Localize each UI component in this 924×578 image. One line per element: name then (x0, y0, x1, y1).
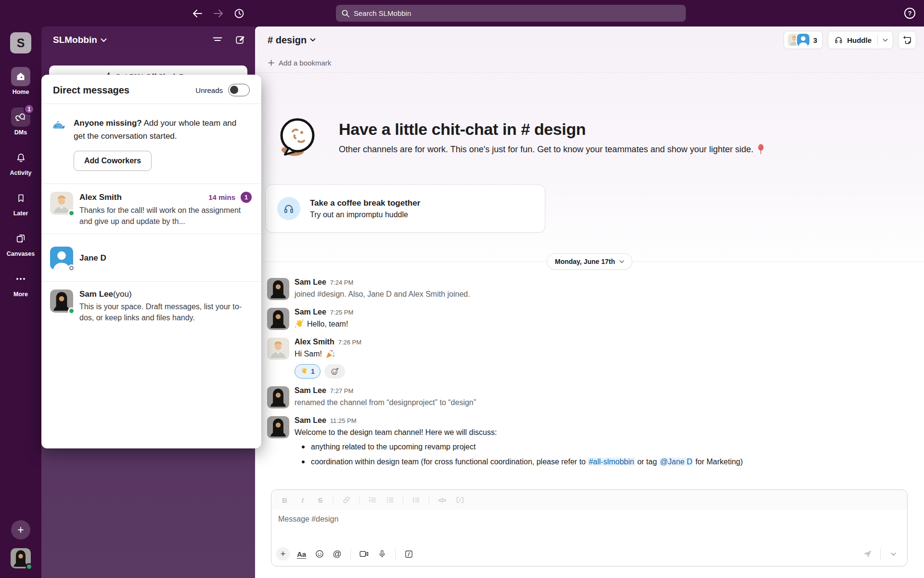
mention-button[interactable]: @ (329, 546, 345, 562)
message-row[interactable]: Sam Lee 7:25 PM Hello, team! (255, 304, 924, 334)
code-block-button[interactable] (452, 493, 467, 507)
plus-icon (268, 60, 274, 66)
dm-unread-badge: 1 (241, 192, 252, 203)
attach-plus-button[interactable]: + (276, 547, 290, 561)
rail-item-home[interactable]: Home (11, 67, 30, 95)
message-composer[interactable]: B I S </> (271, 489, 908, 566)
history-forward-icon[interactable] (213, 9, 223, 18)
channel-mention-link[interactable]: #all-slmobbin (588, 458, 635, 466)
plus-icon: + (17, 524, 24, 537)
user-avatar[interactable] (11, 548, 31, 568)
code-button[interactable]: </> (435, 493, 449, 507)
add-bookmark-button[interactable]: Add a bookmark (255, 53, 924, 73)
date-divider: Monday, June 17th (255, 253, 924, 270)
history-clock-icon[interactable] (234, 8, 244, 19)
strikethrough-button[interactable]: S (313, 493, 328, 507)
prompt-bold: Anyone missing? (74, 118, 142, 128)
dm-list-item-jane[interactable]: Jane D (41, 234, 261, 281)
filter-icon[interactable] (213, 37, 222, 43)
headphones-icon (277, 197, 300, 220)
link-button[interactable] (339, 493, 354, 507)
message-author[interactable]: Alex Smith (295, 338, 334, 346)
message-author[interactable]: Sam Lee (295, 416, 326, 425)
send-options-chevron[interactable] (886, 546, 901, 562)
rail-item-activity[interactable]: Activity (10, 148, 31, 176)
channel-view: # design 3 (255, 26, 924, 578)
formatting-toolbar: B I S </> (271, 490, 907, 510)
dm-name: Alex Smith (79, 193, 122, 202)
message-timestamp[interactable]: 7:25 PM (330, 309, 353, 316)
date-label: Monday, June 17th (555, 258, 615, 265)
message-input[interactable] (278, 515, 900, 524)
dm-timestamp: 14 mins (208, 193, 235, 201)
workspace-name-button[interactable]: SLMobbin (53, 35, 107, 45)
dm-list-item-alex[interactable]: Alex Smith 14 mins 1 Thanks for the call… (41, 184, 261, 234)
rail-item-dms[interactable]: 1 DMs (11, 107, 30, 136)
huddle-options-chevron[interactable] (878, 39, 893, 42)
dm-list-item-sam[interactable]: Sam Lee (you) This is your space. Draft … (41, 282, 261, 330)
rail-item-more[interactable]: More (11, 269, 30, 298)
message-timestamp[interactable]: 7:26 PM (338, 339, 361, 346)
channel-members-button[interactable]: 3 (783, 31, 823, 49)
bullet-text-mid: or tag (635, 458, 659, 466)
add-reaction-icon (330, 367, 339, 376)
send-button[interactable] (860, 546, 875, 562)
dm-name: Sam Lee (79, 289, 113, 299)
message-row[interactable]: Alex Smith 7:26 PM Hi Sam! (255, 334, 924, 382)
ordered-list-button[interactable] (365, 493, 380, 507)
avatar (50, 192, 73, 215)
rail-item-canvases[interactable]: Canvases (7, 229, 35, 257)
show-formatting-button[interactable]: Aa (294, 546, 309, 562)
search-bar[interactable] (336, 5, 686, 22)
italic-button[interactable]: I (295, 493, 310, 507)
message-text: joined #design. Also, Jane D and Alex Sm… (295, 289, 470, 300)
add-reaction-button[interactable] (324, 364, 345, 379)
channel-canvas-button[interactable] (898, 31, 916, 49)
chevron-down-icon (101, 38, 107, 42)
bullet-text-post: for Marketing) (693, 458, 743, 466)
message-text: Welcome to the design team channel! Here… (295, 427, 743, 438)
blockquote-button[interactable] (409, 493, 424, 507)
message-row[interactable]: Sam Lee 7:24 PM joined #design. Also, Ja… (255, 274, 924, 304)
avatar (267, 308, 289, 330)
bullet-item: coordination within design team (for cro… (295, 456, 743, 468)
channel-title: # design (268, 35, 307, 46)
huddle-button[interactable]: Huddle (828, 31, 893, 49)
coffee-break-card[interactable]: Take a coffee break together Try out an … (265, 184, 545, 233)
slash-commands-button[interactable] (401, 546, 417, 562)
top-bar: ? (0, 0, 924, 26)
message-author[interactable]: Sam Lee (295, 386, 326, 395)
emoji-picker-button[interactable] (311, 546, 327, 562)
history-back-icon[interactable] (192, 9, 203, 18)
user-mention-link[interactable]: @Jane D (659, 458, 693, 466)
bullet-list-button[interactable] (383, 493, 398, 507)
add-bookmark-label: Add a bookmark (279, 59, 331, 67)
create-new-button[interactable]: + (11, 520, 30, 539)
audio-clip-button[interactable] (374, 546, 390, 562)
message-author[interactable]: Sam Lee (295, 308, 326, 316)
message-timestamp[interactable]: 7:27 PM (330, 387, 353, 394)
bold-button[interactable]: B (277, 493, 292, 507)
message-row[interactable]: Sam Lee 7:27 PM renamed the channel from… (255, 382, 924, 412)
message-timestamp[interactable]: 7:24 PM (330, 279, 353, 286)
dm-message-preview: Thanks for the call! will work on the as… (79, 205, 252, 227)
video-clip-button[interactable] (356, 546, 372, 562)
compose-icon[interactable] (235, 35, 245, 45)
avatar (267, 386, 289, 408)
message-timestamp[interactable]: 11:25 PM (330, 417, 357, 424)
message-row[interactable]: Sam Lee 11:25 PM Welcome to the design t… (255, 412, 924, 472)
workspace-switcher-button[interactable]: S (10, 32, 31, 53)
unreads-toggle[interactable] (228, 84, 250, 96)
channel-header: # design 3 (255, 26, 924, 53)
channel-title-button[interactable]: # design (268, 35, 316, 46)
help-button[interactable]: ? (904, 8, 915, 19)
message-author[interactable]: Sam Lee (295, 278, 326, 287)
reaction-pill[interactable]: 1 (295, 364, 321, 379)
activity-bell-icon (15, 152, 26, 163)
search-input[interactable] (354, 9, 680, 17)
dms-icon (15, 112, 26, 123)
add-coworkers-button[interactable]: Add Coworkers (74, 151, 152, 171)
presence-dot-online (26, 563, 33, 570)
date-pill-button[interactable]: Monday, June 17th (547, 253, 632, 270)
rail-item-later[interactable]: Later (11, 188, 30, 217)
